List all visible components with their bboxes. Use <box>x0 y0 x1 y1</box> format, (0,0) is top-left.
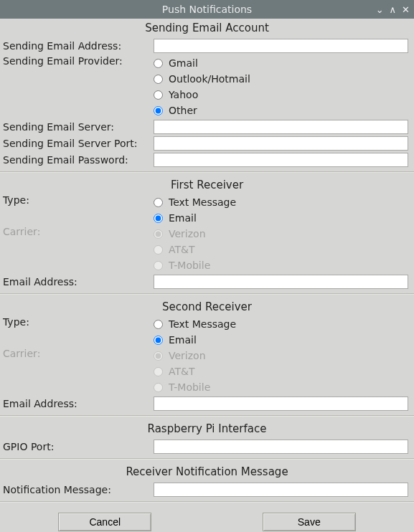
radio-input-provider-gmail[interactable] <box>154 59 163 68</box>
radio-first-type-text[interactable]: Text Message <box>154 194 408 210</box>
close-icon[interactable]: ✕ <box>402 5 410 14</box>
label-first-type: Type: <box>3 194 154 206</box>
label-second-carrier: Carrier: <box>3 348 154 359</box>
input-first-email[interactable] <box>154 275 408 289</box>
radio-input-second-carrier-tmobile <box>154 383 163 392</box>
radio-second-type-email[interactable]: Email <box>154 332 408 348</box>
radio-label-first-carrier-att: AT&T <box>169 244 195 255</box>
radio-input-second-carrier-att <box>154 367 163 376</box>
button-row: Cancel Save <box>0 505 414 532</box>
window-controls: ⌄ ∧ ✕ <box>376 0 410 19</box>
radio-input-provider-other[interactable] <box>154 106 163 115</box>
divider <box>0 415 414 416</box>
label-gpio-port: GPIO Port: <box>3 441 154 452</box>
radio-provider-outlook[interactable]: Outlook/Hotmail <box>154 71 408 87</box>
section-header-sending: Sending Email Account <box>0 19 414 37</box>
radio-second-carrier-tmobile: T-Mobile <box>154 379 408 395</box>
radio-input-provider-yahoo[interactable] <box>154 90 163 100</box>
radio-label-provider-other: Other <box>169 105 197 116</box>
input-sending-password[interactable] <box>154 153 408 167</box>
divider <box>0 458 414 459</box>
divider <box>0 501 414 502</box>
radio-input-second-type-text[interactable] <box>154 320 163 329</box>
radio-second-carrier-att: AT&T <box>154 364 408 379</box>
label-first-email: Email Address: <box>3 276 154 288</box>
input-sending-port[interactable] <box>154 136 408 151</box>
radio-input-first-carrier-att <box>154 245 163 255</box>
radio-label-second-carrier-verizon: Verizon <box>169 350 206 361</box>
radio-provider-gmail[interactable]: Gmail <box>154 55 408 71</box>
radio-label-provider-outlook: Outlook/Hotmail <box>169 73 250 85</box>
radio-first-carrier-tmobile: T-Mobile <box>154 257 408 273</box>
radio-input-first-type-text[interactable] <box>154 198 163 207</box>
radio-label-second-type-text: Text Message <box>169 318 236 330</box>
label-second-email: Email Address: <box>3 398 154 409</box>
radio-provider-yahoo[interactable]: Yahoo <box>154 87 408 103</box>
label-sending-address: Sending Email Address: <box>3 40 154 52</box>
minimize-icon[interactable]: ⌄ <box>376 5 384 14</box>
label-sending-password: Sending Email Password: <box>3 154 154 166</box>
radio-label-first-type-text: Text Message <box>169 196 236 208</box>
input-sending-server[interactable] <box>154 120 408 134</box>
radio-first-carrier-verizon: Verizon <box>154 226 408 242</box>
maximize-icon[interactable]: ∧ <box>390 5 397 14</box>
input-notification-message[interactable] <box>154 483 408 497</box>
form-body: Sending Email Account Sending Email Addr… <box>0 19 414 532</box>
input-sending-address[interactable] <box>154 39 408 53</box>
radio-first-carrier-att: AT&T <box>154 242 408 257</box>
radio-input-second-type-email[interactable] <box>154 336 163 345</box>
section-header-second-receiver: Second Receiver <box>0 298 414 316</box>
divider <box>0 293 414 294</box>
window-title: Push Notifications <box>162 4 252 15</box>
radio-label-second-type-email: Email <box>169 334 197 346</box>
radio-input-provider-outlook[interactable] <box>154 75 163 84</box>
section-header-notification: Receiver Notification Message <box>0 462 414 481</box>
label-sending-provider: Sending Email Provider: <box>3 55 154 67</box>
label-first-carrier: Carrier: <box>3 226 154 237</box>
radio-input-first-type-email[interactable] <box>154 214 163 223</box>
radio-label-provider-yahoo: Yahoo <box>169 89 198 100</box>
cancel-button[interactable]: Cancel <box>58 513 151 531</box>
radio-label-second-carrier-tmobile: T-Mobile <box>169 381 210 393</box>
titlebar: Push Notifications ⌄ ∧ ✕ <box>0 0 414 19</box>
label-notification-message: Notification Message: <box>3 484 154 495</box>
radio-provider-other[interactable]: Other <box>154 103 408 118</box>
radio-label-first-type-email: Email <box>169 212 197 224</box>
label-second-type: Type: <box>3 316 154 328</box>
radio-input-first-carrier-verizon <box>154 229 163 239</box>
radio-label-first-carrier-tmobile: T-Mobile <box>169 260 210 271</box>
input-second-email[interactable] <box>154 396 408 411</box>
radio-second-carrier-verizon: Verizon <box>154 348 408 364</box>
section-header-first-receiver: First Receiver <box>0 176 414 194</box>
label-sending-server: Sending Email Server: <box>3 121 154 133</box>
label-sending-port: Sending Email Server Port: <box>3 138 154 149</box>
radio-first-type-email[interactable]: Email <box>154 210 408 226</box>
radio-input-second-carrier-verizon <box>154 351 163 361</box>
radio-label-provider-gmail: Gmail <box>169 57 198 69</box>
radio-input-first-carrier-tmobile <box>154 261 163 270</box>
section-header-rpi: Raspberry Pi Interface <box>0 419 414 438</box>
save-button[interactable]: Save <box>263 513 356 531</box>
divider <box>0 171 414 172</box>
radio-second-type-text[interactable]: Text Message <box>154 316 408 332</box>
radio-label-second-carrier-att: AT&T <box>169 366 195 377</box>
input-gpio-port[interactable] <box>154 440 408 454</box>
radio-label-first-carrier-verizon: Verizon <box>169 228 206 239</box>
